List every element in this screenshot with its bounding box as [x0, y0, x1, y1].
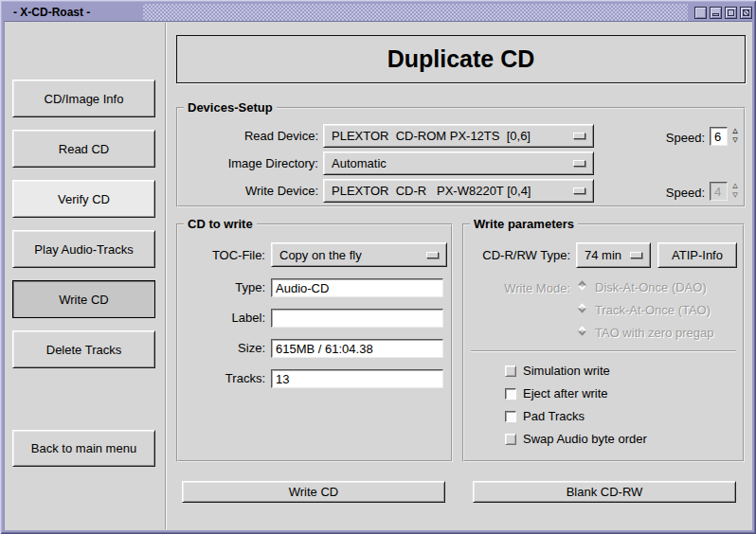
optionmenu-indicator-icon	[573, 133, 585, 139]
titlebar-stipple[interactable]	[143, 4, 688, 21]
cdrw-type-label: CD-R/RW Type:	[464, 248, 570, 263]
tracks-input[interactable]	[271, 369, 443, 388]
write-mode-label: Write Mode:	[464, 281, 570, 296]
spin-down-icon: ▿	[729, 190, 741, 200]
read-speed-input[interactable]	[710, 127, 728, 146]
sidebar-item-label: Read CD	[59, 142, 109, 156]
read-device-value: PLEXTOR CD-ROM PX-12TS [0,6]	[332, 129, 531, 143]
sidebar-item-label: Play Audio-Tracks	[34, 242, 133, 257]
write-device-dropdown[interactable]: PLEXTOR CD-R PX-W8220T [0,4]	[323, 179, 594, 203]
write-cd-button-label: Write CD	[289, 485, 338, 499]
toc-file-dropdown[interactable]: Copy on the fly	[271, 242, 447, 267]
radio-tao	[578, 304, 590, 316]
radio-tao-zero-pregap-label: TAO with zero pregap	[595, 326, 713, 341]
radio-dao-label: Disk-At-Once (DAO)	[595, 280, 707, 295]
titlebar[interactable]: - X-CD-Roast -	[4, 4, 752, 21]
optionmenu-indicator-icon	[630, 252, 642, 258]
sidebar-item-delete-tracks[interactable]: Delete Tracks	[12, 330, 155, 368]
label-label: Label:	[161, 311, 265, 326]
app-window: - X-CD-Roast - CD/Image Info Read CD Ver…	[0, 0, 756, 534]
pad-tracks-checkbox[interactable]	[505, 411, 516, 422]
size-label: Size:	[161, 341, 265, 356]
cdrw-type-dropdown[interactable]: 74 min	[576, 242, 651, 268]
sidebar-item-verify-cd[interactable]: Verify CD	[12, 180, 155, 218]
image-directory-dropdown[interactable]: Automatic	[323, 151, 594, 175]
devices-setup-legend: Devices-Setup	[184, 100, 277, 115]
toc-file-value: Copy on the fly	[279, 248, 362, 262]
back-to-main-menu-button[interactable]: Back to main menu	[12, 430, 155, 467]
type-label: Type:	[161, 280, 265, 295]
sidebar-divider	[165, 23, 167, 529]
minimize-button[interactable]	[710, 7, 722, 19]
sidebar-item-cd-image-info[interactable]: CD/Image Info	[12, 80, 155, 117]
read-speed-stepper[interactable]: ▵▿	[729, 126, 741, 145]
minimize-icon	[712, 13, 719, 16]
read-device-label: Read Device:	[176, 129, 318, 144]
atip-info-button[interactable]: ATIP-Info	[657, 242, 737, 268]
image-directory-value: Automatic	[332, 156, 387, 170]
optionmenu-indicator-icon	[573, 160, 585, 167]
write-cd-button[interactable]: Write CD	[182, 481, 445, 503]
type-input[interactable]	[271, 278, 443, 297]
eject-after-write-checkbox[interactable]	[505, 388, 516, 400]
cd-to-write-legend: CD to write	[184, 217, 257, 231]
write-speed-stepper: ▵▿	[729, 181, 741, 200]
simulation-write-checkbox[interactable]	[505, 365, 516, 377]
write-parameters-legend: Write parameters	[470, 217, 578, 231]
read-speed-label: Speed:	[660, 131, 705, 146]
swap-audio-byte-order-label[interactable]: Swap Audio byte order	[523, 432, 647, 447]
optionmenu-indicator-icon	[426, 252, 439, 258]
sidebar-item-label: Verify CD	[58, 192, 110, 206]
tracks-label: Tracks:	[161, 371, 265, 386]
swap-audio-byte-order-checkbox[interactable]	[505, 434, 516, 445]
radio-diamond-icon	[578, 304, 587, 313]
close-button[interactable]	[740, 7, 752, 19]
atip-info-label: ATIP-Info	[672, 248, 723, 262]
eject-after-write-label[interactable]: Eject after write	[523, 386, 608, 401]
maximize-button[interactable]	[725, 7, 737, 19]
maximize-icon	[728, 9, 734, 16]
window-title: - X-CD-Roast -	[4, 4, 143, 21]
sidebar-item-play-audio-tracks[interactable]: Play Audio-Tracks	[12, 230, 155, 268]
close-icon	[743, 9, 749, 16]
write-params-separator	[471, 350, 736, 352]
image-directory-label: Image Directory:	[176, 156, 318, 171]
radio-diamond-icon	[578, 281, 587, 291]
write-speed-label: Speed:	[660, 186, 705, 201]
sidebar-item-label: Write CD	[59, 293, 108, 307]
simulation-write-label[interactable]: Simulation write	[523, 364, 610, 379]
label-input[interactable]	[271, 309, 443, 328]
titlebar-blank-button[interactable]	[694, 7, 707, 19]
radio-tao-zero-pregap	[578, 327, 590, 339]
blank-cdrw-button-label: Blank CD-RW	[567, 485, 643, 499]
sidebar-item-read-cd[interactable]: Read CD	[12, 130, 155, 168]
optionmenu-indicator-icon	[573, 187, 585, 194]
page-title: Duplicate CD	[387, 45, 535, 73]
read-device-dropdown[interactable]: PLEXTOR CD-ROM PX-12TS [0,6]	[323, 124, 594, 148]
spin-down-icon[interactable]: ▿	[729, 135, 741, 145]
write-device-value: PLEXTOR CD-R PX-W8220T [0,4]	[332, 184, 531, 198]
write-device-label: Write Device:	[176, 184, 318, 199]
back-button-label: Back to main menu	[31, 441, 136, 455]
radio-dao	[578, 281, 590, 294]
radio-tao-label: Track-At-Once (TAO)	[595, 303, 711, 318]
write-speed-input	[710, 182, 728, 201]
radio-diamond-icon	[578, 327, 587, 336]
titlebar-buttons	[688, 4, 752, 21]
cdrw-type-value: 74 min	[585, 248, 621, 262]
size-input[interactable]	[271, 339, 443, 358]
pad-tracks-label[interactable]: Pad Tracks	[523, 409, 585, 424]
sidebar-item-label: Delete Tracks	[46, 343, 121, 357]
sidebar-item-label: CD/Image Info	[45, 92, 124, 106]
toc-file-label: TOC-File:	[161, 248, 265, 263]
sidebar-item-write-cd[interactable]: Write CD	[12, 280, 155, 318]
blank-cdrw-button[interactable]: Blank CD-RW	[473, 481, 736, 503]
page-title-box: Duplicate CD	[176, 35, 746, 83]
